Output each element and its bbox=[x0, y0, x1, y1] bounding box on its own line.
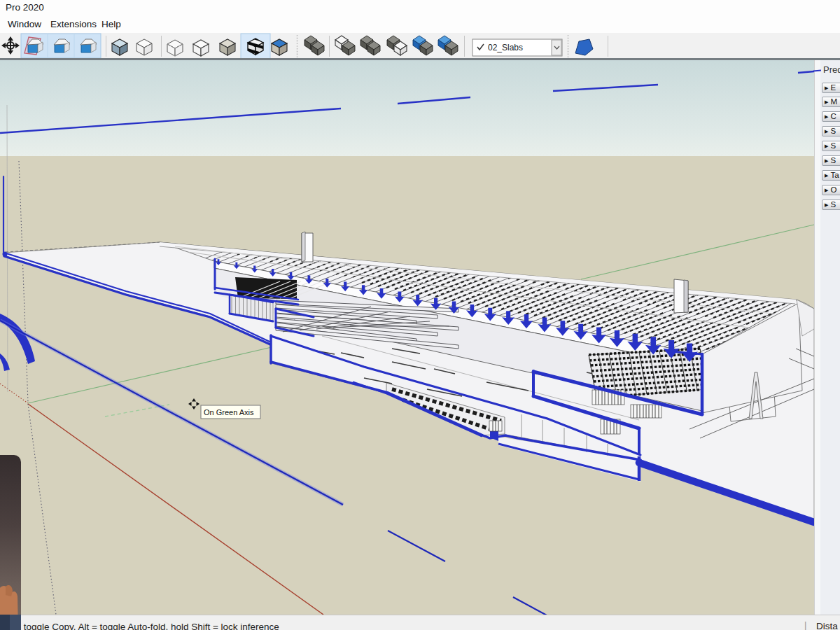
svg-text:02_Slabs: 02_Slabs bbox=[488, 43, 523, 52]
svg-text:On Green Axis: On Green Axis bbox=[204, 408, 254, 416]
